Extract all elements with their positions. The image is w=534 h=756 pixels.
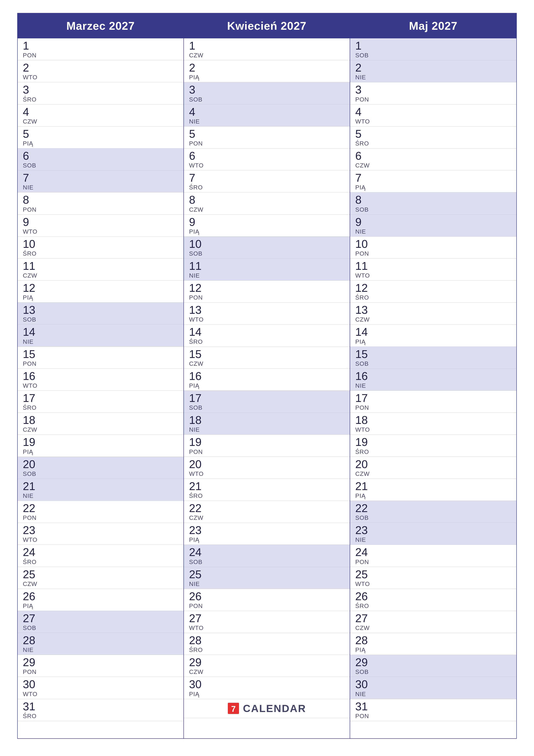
- day-name: PON: [23, 360, 178, 367]
- day-name: ŚRO: [355, 603, 511, 609]
- day-name: SOB: [189, 250, 344, 257]
- day-number: 1: [189, 40, 344, 52]
- day-row: 10PON: [350, 237, 516, 258]
- day-number: 16: [189, 370, 344, 382]
- day-row: 30NIE: [350, 677, 516, 699]
- day-number: 14: [23, 326, 178, 338]
- day-row: 25NIE: [184, 567, 350, 589]
- day-row: 22CZW: [184, 501, 350, 523]
- day-number: 19: [355, 436, 511, 448]
- day-number: 28: [189, 634, 344, 647]
- day-name: ŚRO: [23, 250, 178, 257]
- day-name: NIE: [355, 691, 511, 698]
- day-number: 27: [23, 612, 178, 625]
- day-row: 1PON: [18, 39, 184, 60]
- day-name: ŚRO: [23, 713, 178, 719]
- days-list-1: 1CZW2PIĄ3SOB4NIE5PON6WTO7ŚRO8CZW9PIĄ10SO…: [184, 39, 350, 738]
- day-row: 18NIE: [184, 413, 350, 435]
- day-name: SOB: [355, 514, 511, 521]
- day-row: 2WTO: [18, 60, 184, 82]
- day-row: 8SOB: [350, 192, 516, 214]
- day-number: 14: [189, 326, 344, 338]
- day-number: 30: [23, 678, 178, 690]
- day-number: 4: [355, 106, 511, 118]
- day-row: 5ŚRO: [350, 126, 516, 148]
- day-number: 19: [23, 436, 178, 448]
- day-number: 3: [355, 84, 511, 96]
- day-number: 29: [23, 656, 178, 668]
- day-name: NIE: [355, 536, 511, 543]
- day-name: CZW: [189, 52, 344, 59]
- day-name: NIE: [23, 647, 178, 653]
- day-number: 4: [23, 106, 178, 118]
- day-name: PIĄ: [355, 184, 511, 191]
- day-row: 1SOB: [350, 39, 516, 60]
- day-name: PIĄ: [23, 603, 178, 609]
- day-number: 24: [23, 546, 178, 558]
- day-name: WTO: [23, 536, 178, 543]
- day-row: 26PIĄ: [18, 589, 184, 611]
- day-name: CZW: [23, 580, 178, 587]
- day-row: 30PIĄ: [184, 677, 350, 699]
- day-number: 5: [355, 128, 511, 140]
- day-row: 9PIĄ: [184, 215, 350, 237]
- day-number: 31: [23, 700, 178, 713]
- day-name: ŚRO: [23, 404, 178, 411]
- day-row: 31ŚRO: [18, 699, 184, 721]
- day-number: 13: [23, 304, 178, 316]
- day-name: SOB: [23, 316, 178, 323]
- day-number: 30: [189, 678, 344, 690]
- day-number: 17: [189, 392, 344, 404]
- day-number: 18: [23, 414, 178, 426]
- day-number: 3: [189, 84, 344, 96]
- day-row: 25CZW: [18, 567, 184, 589]
- day-name: PON: [23, 206, 178, 213]
- day-row: 19ŚRO: [350, 435, 516, 457]
- day-name: PIĄ: [189, 382, 344, 389]
- day-name: PIĄ: [23, 140, 178, 147]
- day-number: 22: [23, 502, 178, 514]
- day-name: CZW: [355, 316, 511, 323]
- day-name: PIĄ: [189, 74, 344, 81]
- day-name: CZW: [189, 206, 344, 213]
- day-name: PIĄ: [355, 338, 511, 345]
- day-number: 27: [355, 612, 511, 625]
- day-row: 6CZW: [350, 148, 516, 171]
- day-number: 10: [23, 238, 178, 250]
- day-name: WTO: [23, 74, 178, 81]
- day-name: WTO: [355, 272, 511, 279]
- month-header-1: Kwiecień 2027: [184, 14, 350, 39]
- day-name: WTO: [355, 580, 511, 587]
- day-row: 21PIĄ: [350, 479, 516, 501]
- day-number: 24: [355, 546, 511, 558]
- day-name: PON: [189, 448, 344, 455]
- days-list-0: 1PON2WTO3ŚRO4CZW5PIĄ6SOB7NIE8PON9WTO10ŚR…: [18, 39, 184, 738]
- day-number: 26: [23, 590, 178, 603]
- day-name: PON: [189, 603, 344, 609]
- day-row: 18CZW: [18, 413, 184, 435]
- day-name: NIE: [23, 184, 178, 191]
- day-name: ŚRO: [23, 96, 178, 103]
- day-row: 5PON: [184, 126, 350, 148]
- day-number: 4: [189, 106, 344, 118]
- day-row: 14ŚRO: [184, 325, 350, 346]
- day-number: 17: [23, 392, 178, 404]
- day-name: WTO: [189, 316, 344, 323]
- day-number: 20: [355, 458, 511, 471]
- day-name: PON: [189, 140, 344, 147]
- day-number: 23: [23, 524, 178, 536]
- day-number: 21: [355, 480, 511, 493]
- day-name: PIĄ: [189, 228, 344, 235]
- day-name: CZW: [189, 668, 344, 675]
- day-number: 25: [23, 568, 178, 580]
- day-row: 13CZW: [350, 303, 516, 325]
- day-row: 19PON: [184, 435, 350, 457]
- day-number: 21: [189, 480, 344, 493]
- day-name: SOB: [355, 668, 511, 675]
- day-row: 3SOB: [184, 82, 350, 104]
- day-number: 16: [355, 370, 511, 382]
- day-number: 16: [23, 370, 178, 382]
- day-number: 11: [23, 260, 178, 272]
- day-name: PON: [355, 558, 511, 565]
- day-row: 1CZW: [184, 39, 350, 60]
